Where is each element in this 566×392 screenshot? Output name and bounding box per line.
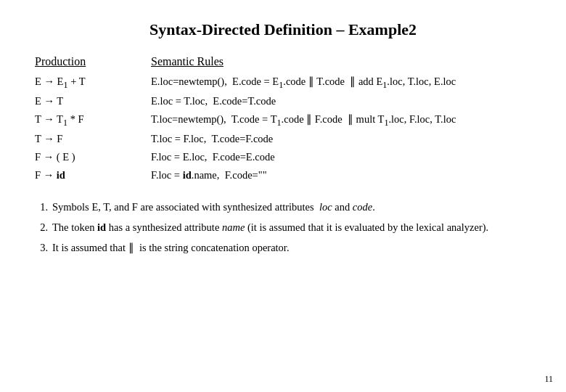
production-column: Production E → E1 + T E → T T → T1 * F T… [35,55,151,184]
note-1-num: 1. [35,200,48,216]
note-1-text: Symbols E, T, and F are associated with … [52,200,531,216]
sem-row-5: F.loc = E.loc, F.code=E.code [151,148,531,166]
note-1: 1. Symbols E, T, and F are associated wi… [35,200,531,216]
note-3: 3. It is assumed that ∥ is the string co… [35,240,531,256]
prod-row-1: E → E1 + T [35,73,151,92]
note-2-num: 2. [35,220,48,236]
prod-row-4: T → F [35,130,151,148]
sem-row-2: E.loc = T.loc, E.code=T.code [151,92,531,110]
page-title: Syntax-Directed Definition – Example2 [35,20,531,39]
sem-row-6: F.loc = id.name, F.code="" [151,166,531,184]
sem-row-1: E.loc=newtemp(), E.code = E1.code ∥ T.co… [151,73,531,92]
page-number: 11 [544,374,553,385]
semantic-header: Semantic Rules [151,55,531,68]
note-3-text: It is assumed that ∥ is the string conca… [52,240,531,256]
note-2-text: The token id has a synthesized attribute… [52,220,531,236]
prod-row-2: E → T [35,92,151,110]
sem-row-3: T.loc=newtemp(), T.code = T1.code ∥ F.co… [151,110,531,130]
production-header: Production [35,55,151,68]
prod-row-3: T → T1 * F [35,110,151,130]
notes-section: 1. Symbols E, T, and F are associated wi… [35,200,531,256]
grammar-table: Production E → E1 + T E → T T → T1 * F T… [35,55,531,184]
semantic-column: Semantic Rules E.loc=newtemp(), E.code =… [151,55,531,184]
prod-row-5: F → ( E ) [35,148,151,166]
page: Syntax-Directed Definition – Example2 Pr… [0,0,566,392]
sem-row-4: T.loc = F.loc, T.code=F.code [151,130,531,148]
note-3-num: 3. [35,240,48,256]
note-2: 2. The token id has a synthesized attrib… [35,220,531,236]
prod-row-6: F → id [35,166,151,184]
